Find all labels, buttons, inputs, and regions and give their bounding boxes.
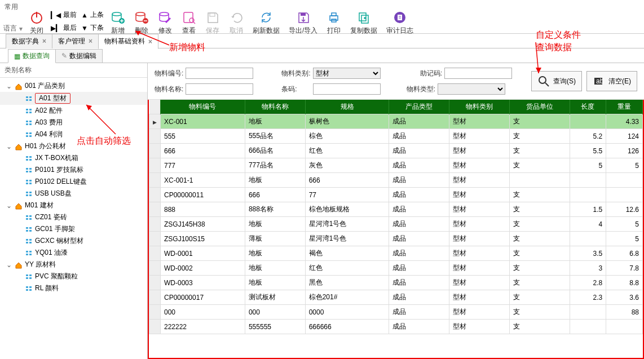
col-code[interactable]: 物料编号: [161, 100, 245, 114]
tree-node-h01[interactable]: ⌄H01 办公耗材: [0, 140, 147, 152]
tab-customer[interactable]: 客户管理×: [52, 34, 99, 48]
audit-button[interactable]: 审计日志: [382, 10, 418, 36]
cell[interactable]: WD-0002: [161, 261, 245, 276]
cell[interactable]: 地板: [245, 261, 305, 276]
table-row[interactable]: 0000000000成品型材支88: [149, 305, 643, 320]
cell[interactable]: [570, 114, 606, 129]
tree-node-a02[interactable]: A02 配件: [0, 105, 147, 117]
cell[interactable]: 地板: [245, 114, 305, 129]
cell[interactable]: 型材: [449, 261, 510, 276]
cell[interactable]: 666666: [305, 320, 389, 334]
tree-node-p0101[interactable]: P0101 罗技鼠标: [0, 164, 147, 176]
nav-prev[interactable]: ▲上条: [81, 10, 104, 20]
cell[interactable]: 4: [570, 217, 606, 232]
tree-node-m01[interactable]: ⌄M01 建材: [0, 200, 147, 211]
cell[interactable]: [570, 173, 606, 188]
tree-node-yq01[interactable]: YQ01 油漆: [0, 247, 147, 259]
cell[interactable]: 1.5: [570, 202, 606, 217]
cell[interactable]: [606, 188, 643, 202]
col-spec[interactable]: 规格: [305, 100, 389, 114]
cell[interactable]: [606, 173, 643, 188]
cell[interactable]: 型材: [449, 158, 510, 173]
table-row[interactable]: ZSGJ145H38地板星河湾1号色成品型材支45: [149, 217, 643, 232]
cell[interactable]: 型材: [449, 232, 510, 246]
cell[interactable]: 星河湾1号色: [305, 232, 389, 246]
close-icon[interactable]: ×: [89, 37, 92, 45]
cell[interactable]: 5.5: [570, 144, 606, 158]
subtab-query[interactable]: ▦数据查询: [8, 49, 56, 63]
cell[interactable]: 222222: [161, 320, 245, 334]
cell[interactable]: 5: [606, 217, 643, 232]
edit-button[interactable]: 修改: [153, 10, 177, 36]
cell[interactable]: 型材: [449, 217, 510, 232]
cell[interactable]: 支: [509, 114, 570, 129]
cell[interactable]: 灰色: [305, 158, 389, 173]
cell[interactable]: 支: [509, 276, 570, 290]
col-name[interactable]: 物料名称: [245, 100, 305, 114]
row-header[interactable]: [149, 320, 161, 334]
cell[interactable]: 地板: [245, 276, 305, 290]
table-row[interactable]: 777777品名灰色成品型材支55: [149, 158, 643, 173]
cell[interactable]: 成品: [389, 261, 449, 276]
cell[interactable]: 3.6: [606, 290, 643, 305]
cell[interactable]: 成品: [389, 232, 449, 246]
cell[interactable]: 型材: [449, 276, 510, 290]
cell[interactable]: [570, 232, 606, 246]
cell[interactable]: 成品: [389, 320, 449, 334]
tree-node-yy[interactable]: ⌄YY 原材料: [0, 259, 147, 271]
cell[interactable]: 成品: [389, 188, 449, 202]
cell[interactable]: 2.3: [570, 290, 606, 305]
mnemo-input[interactable]: [444, 68, 512, 79]
cell[interactable]: 555: [161, 129, 245, 144]
cell[interactable]: 2.8: [570, 276, 606, 290]
delete-button[interactable]: 删除: [130, 10, 153, 36]
cell[interactable]: 支: [509, 188, 570, 202]
row-header[interactable]: [149, 158, 161, 173]
cell[interactable]: 5.2: [570, 129, 606, 144]
cell[interactable]: 3.5: [570, 246, 606, 261]
cancel-button[interactable]: 取消: [224, 10, 248, 36]
cell[interactable]: 888名称: [245, 202, 305, 217]
cell[interactable]: 0000: [305, 305, 389, 320]
query-button[interactable]: 查询(S): [531, 71, 582, 91]
cell[interactable]: 成品: [389, 276, 449, 290]
tree-node-a03[interactable]: A03 费用: [0, 117, 147, 128]
cell[interactable]: 支: [509, 261, 570, 276]
cell[interactable]: 型材: [449, 320, 510, 334]
name-input[interactable]: [186, 83, 253, 95]
col-prodtype[interactable]: 产品类型: [389, 100, 449, 114]
cell[interactable]: 型材: [449, 305, 510, 320]
table-row[interactable]: ZSGJ100S15薄板星河湾1号色成品型材支5: [149, 232, 643, 246]
table-row[interactable]: 666666品名红色成品型材支5.5126: [149, 144, 643, 158]
tree-node-cz01[interactable]: CZ01 瓷砖: [0, 211, 147, 223]
tree-node-rl[interactable]: RL 颜料: [0, 282, 147, 294]
save-button[interactable]: 保存: [201, 10, 224, 36]
tab-data-dict[interactable]: 数据字典×: [6, 34, 52, 48]
close-button[interactable]: 关闭: [25, 10, 48, 36]
row-header[interactable]: [149, 202, 161, 217]
table-row[interactable]: 888888名称棕色地板规格成品型材支1.512.6: [149, 202, 643, 217]
cell[interactable]: 型材: [449, 290, 510, 305]
row-header[interactable]: [149, 276, 161, 290]
row-header[interactable]: [149, 290, 161, 305]
cell[interactable]: 支: [509, 158, 570, 173]
cell[interactable]: 型材: [449, 114, 510, 129]
cell[interactable]: ZSGJ100S15: [161, 232, 245, 246]
col-unit[interactable]: 货品单位: [509, 100, 570, 114]
cell[interactable]: 555品名: [245, 129, 305, 144]
cell[interactable]: 褐色: [305, 246, 389, 261]
add-button[interactable]: 新增: [106, 10, 130, 36]
cell[interactable]: 支: [509, 246, 570, 261]
cell[interactable]: 地板: [245, 217, 305, 232]
table-row[interactable]: WD-0003地板黑色成品型材支2.88.8: [149, 276, 643, 290]
table-row[interactable]: 222222555555666666成品型材支: [149, 320, 643, 334]
cell[interactable]: 支: [509, 290, 570, 305]
row-header[interactable]: [149, 246, 161, 261]
cell[interactable]: 型材: [449, 144, 510, 158]
cell[interactable]: 红色: [305, 261, 389, 276]
cell[interactable]: XC-001: [161, 114, 245, 129]
cell[interactable]: [570, 305, 606, 320]
row-header[interactable]: [149, 129, 161, 144]
tree-node-usb[interactable]: USB USB盘: [0, 188, 147, 200]
tree-node-jx[interactable]: JX T-BOX机箱: [0, 152, 147, 164]
